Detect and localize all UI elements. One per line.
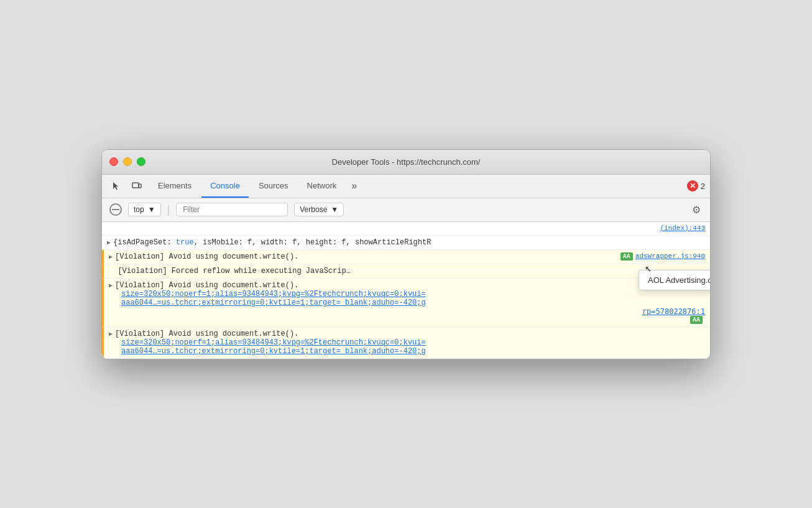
tab-elements[interactable]: Elements xyxy=(149,175,200,198)
verbose-dropdown-icon: ▼ xyxy=(331,205,338,214)
close-button[interactable] xyxy=(109,157,118,166)
clear-console-button[interactable] xyxy=(109,203,122,216)
filter-input[interactable] xyxy=(176,203,288,216)
svg-rect-1 xyxy=(139,184,141,188)
violation-url-1[interactable]: size=320x50;noperf=1;alias=93484943;kvpg… xyxy=(109,290,705,298)
tab-network[interactable]: Network xyxy=(298,175,346,198)
violation-url-4[interactable]: aaa6044…=us.tchcr;extmirroring=0;kvtile=… xyxy=(109,347,705,356)
console-output: (index):443 ▶ {isAdPageSet: true, isMobi… xyxy=(102,222,710,359)
maximize-button[interactable] xyxy=(137,157,145,166)
tab-bar: Elements Console Sources Network » ✕ 2 xyxy=(102,175,710,198)
error-icon: ✕ xyxy=(687,180,698,192)
expand-icon-1[interactable]: ▶ xyxy=(107,239,111,246)
aa-badge-2[interactable]: AA xyxy=(690,316,703,324)
traffic-lights xyxy=(109,157,145,166)
error-count: 2 xyxy=(701,182,705,191)
context-select[interactable]: top ▼ xyxy=(128,203,161,216)
aa-badge-1[interactable]: AA xyxy=(621,252,633,261)
console-toolbar: top ▼ | Verbose ▼ ⚙ xyxy=(102,198,710,222)
console-line-1: ▶ {isAdPageSet: true, isMobile: f, width… xyxy=(102,236,710,250)
console-line-5: ▶ [Violation] Avoid using document.write… xyxy=(102,327,710,359)
expand-icon-2[interactable]: ▶ xyxy=(109,253,113,261)
svg-rect-0 xyxy=(132,183,139,188)
expand-icon-5[interactable]: ▶ xyxy=(109,330,113,338)
cursor-tool-icon[interactable] xyxy=(107,177,124,195)
console-line-4: ▶ [Violation] Avoid using document.write… xyxy=(102,279,710,327)
window-title: Developer Tools - https://techcrunch.com… xyxy=(332,157,481,167)
violation-url-3[interactable]: size=320x50;noperf=1;alias=93484943;kvpg… xyxy=(109,338,705,347)
console-line-0: (index):443 xyxy=(102,222,710,236)
devtools-window: Developer Tools - https://techcrunch.com… xyxy=(101,149,711,359)
index-link[interactable]: (index):443 xyxy=(660,224,705,232)
violation-url-2[interactable]: aaa6044…=us.tchcr;extmirroring=0;kvtile=… xyxy=(109,298,426,307)
console-line-3: [Violation] Forced reflow while executin… xyxy=(102,264,710,279)
dropdown-arrow-icon: ▼ xyxy=(148,205,155,214)
toolbar-separator: | xyxy=(167,203,170,216)
settings-icon[interactable]: ⚙ xyxy=(690,203,703,216)
tab-console[interactable]: Console xyxy=(201,175,249,198)
tab-sources[interactable]: Sources xyxy=(250,175,297,198)
cursor-indicator: ↖ xyxy=(645,261,652,275)
error-badge[interactable]: ✕ 2 xyxy=(687,180,705,192)
ads-wrapper-link[interactable]: adsWrapper.js:940 xyxy=(635,252,705,260)
tabbar-right: ✕ 2 xyxy=(687,180,705,192)
expand-icon-4[interactable]: ▶ xyxy=(109,282,113,289)
titlebar: Developer Tools - https://techcrunch.com… xyxy=(102,150,710,175)
log-level-select[interactable]: Verbose ▼ xyxy=(294,203,344,216)
console-line-2: ▶ [Violation] Avoid using document.write… xyxy=(102,250,710,264)
more-tabs-button[interactable]: » xyxy=(346,178,362,194)
device-toggle-icon[interactable] xyxy=(128,177,145,195)
minimize-button[interactable] xyxy=(123,157,132,166)
rp-link[interactable]: rp=578022876:1 xyxy=(642,307,705,316)
